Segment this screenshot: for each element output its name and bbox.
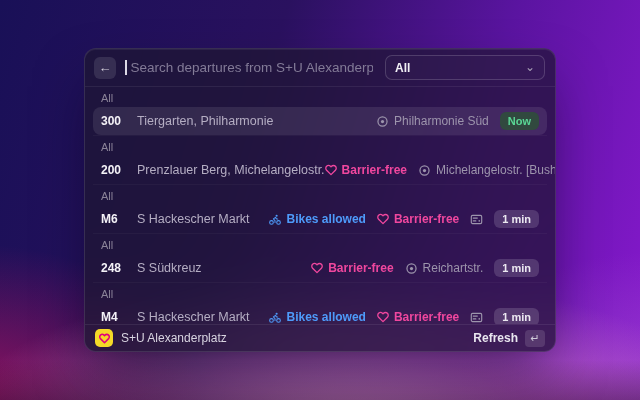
accessory-label: Bikes allowed [287, 310, 366, 324]
accessory-heart: Barrier-free [311, 261, 393, 275]
filter-dropdown[interactable]: All ⌄ [385, 55, 545, 80]
route-number: 200 [101, 163, 127, 177]
list-section: AllM4S Hackescher MarktBikes allowedBarr… [93, 283, 547, 324]
direction-target-icon [418, 164, 431, 177]
destination-label: S Hackescher Markt [137, 310, 250, 324]
filter-dropdown-value: All [395, 61, 410, 75]
departure-row[interactable]: M6S Hackescher MarktBikes allowedBarrier… [93, 205, 547, 233]
accessory-direction: Michelangelostr. [Bushafen] [418, 163, 555, 177]
heart-icon [99, 333, 110, 344]
departures-window: ← All ⌄ All300Tiergarten, PhilharmoniePh… [84, 48, 556, 352]
section-header: All [93, 87, 547, 107]
time-badge: 1 min [494, 210, 539, 228]
destination-label: S Hackescher Markt [137, 212, 250, 226]
departure-row[interactable]: 300Tiergarten, PhilharmoniePhilharmonie … [93, 107, 547, 135]
route-number: M4 [101, 310, 127, 324]
barrier-free-heart-icon [377, 213, 389, 225]
route-number: 300 [101, 114, 127, 128]
back-arrow-icon: ← [99, 60, 112, 75]
accessory-display [470, 213, 483, 226]
destination-label: Prenzlauer Berg, Michelangelostr. [137, 163, 325, 177]
time-badge: 1 min [494, 308, 539, 324]
accessory-bike: Bikes allowed [268, 310, 366, 324]
search-input[interactable] [129, 59, 376, 76]
direction-target-icon [376, 115, 389, 128]
accessory-label: Philharmonie Süd [394, 114, 489, 128]
direction-target-icon [405, 262, 418, 275]
row-accessories: Barrier-freeReichartstr.1 min [311, 259, 539, 277]
station-logo-icon [95, 329, 113, 347]
list-section: AllM6S Hackescher MarktBikes allowedBarr… [93, 185, 547, 234]
accessory-direction: Philharmonie Süd [376, 114, 489, 128]
accessory-heart: Barrier-free [325, 163, 407, 177]
accessory-label: Barrier-free [328, 261, 393, 275]
back-button[interactable]: ← [94, 57, 116, 79]
bike-icon [268, 213, 282, 226]
section-header: All [93, 234, 547, 254]
refresh-action[interactable]: Refresh ↵ [473, 330, 545, 347]
footer-station-label: S+U Alexanderplatz [121, 331, 227, 345]
chevron-down-icon: ⌄ [525, 61, 535, 73]
accessory-label: Bikes allowed [287, 212, 366, 226]
departure-row[interactable]: M4S Hackescher MarktBikes allowedBarrier… [93, 303, 547, 324]
route-number: 248 [101, 261, 127, 275]
destination-label: S Südkreuz [137, 261, 202, 275]
destination-label: Tiergarten, Philharmonie [137, 114, 273, 128]
row-accessories: Barrier-freeMichelangelostr. [Bushafen]N… [325, 161, 555, 179]
departure-row[interactable]: 200Prenzlauer Berg, Michelangelostr.Barr… [93, 156, 547, 184]
row-accessories: Bikes allowedBarrier-free1 min [268, 210, 539, 228]
section-header: All [93, 136, 547, 156]
accessory-display [470, 311, 483, 324]
time-badge: 1 min [494, 259, 539, 277]
accessory-heart: Barrier-free [377, 310, 459, 324]
platform-display-icon [470, 311, 483, 324]
barrier-free-heart-icon [377, 311, 389, 323]
text-caret [125, 60, 127, 75]
list-section: All200Prenzlauer Berg, Michelangelostr.B… [93, 136, 547, 185]
barrier-free-heart-icon [325, 164, 337, 176]
now-badge: Now [500, 112, 539, 130]
accessory-label: Barrier-free [394, 310, 459, 324]
accessory-direction: Reichartstr. [405, 261, 484, 275]
accessory-label: Barrier-free [342, 163, 407, 177]
platform-display-icon [470, 213, 483, 226]
route-number: M6 [101, 212, 127, 226]
accessory-heart: Barrier-free [377, 212, 459, 226]
departure-row[interactable]: 248S SüdkreuzBarrier-freeReichartstr.1 m… [93, 254, 547, 282]
accessory-bike: Bikes allowed [268, 212, 366, 226]
accessory-label: Reichartstr. [423, 261, 484, 275]
list-section: All300Tiergarten, PhilharmoniePhilharmon… [93, 87, 547, 136]
refresh-label: Refresh [473, 331, 518, 345]
bike-icon [268, 311, 282, 324]
barrier-free-heart-icon [311, 262, 323, 274]
search-header: ← All ⌄ [85, 49, 555, 87]
accessory-label: Barrier-free [394, 212, 459, 226]
departure-list: All300Tiergarten, PhilharmoniePhilharmon… [85, 87, 555, 324]
section-header: All [93, 185, 547, 205]
section-header: All [93, 283, 547, 303]
accessory-label: Michelangelostr. [Bushafen] [436, 163, 555, 177]
row-accessories: Philharmonie SüdNow [376, 112, 539, 130]
footer-bar: S+U Alexanderplatz Refresh ↵ [85, 324, 555, 351]
list-section: All248S SüdkreuzBarrier-freeReichartstr.… [93, 234, 547, 283]
return-key-icon: ↵ [525, 330, 545, 347]
row-accessories: Bikes allowedBarrier-free1 min [268, 308, 539, 324]
